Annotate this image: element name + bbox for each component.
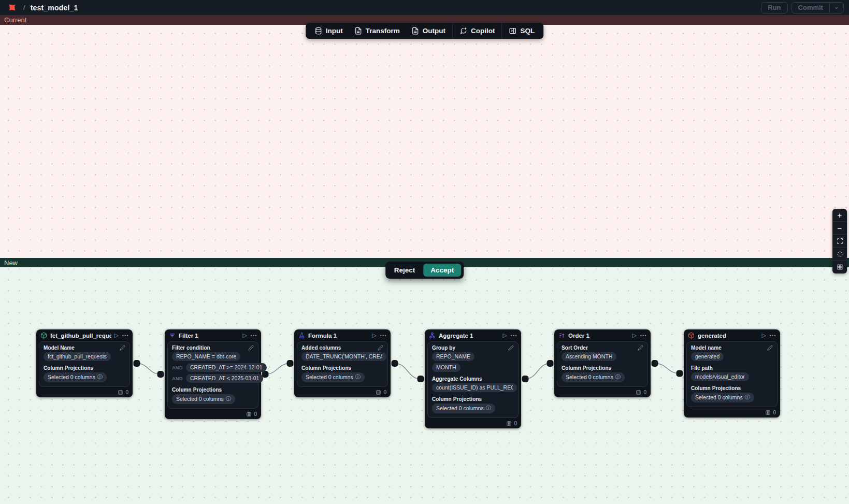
connection-port[interactable] — [418, 376, 424, 382]
value-pill[interactable]: generated — [691, 352, 724, 361]
columns-count-icon — [506, 421, 512, 426]
commit-button[interactable]: Commit — [792, 3, 829, 13]
node-order-1[interactable]: Order 1 ▷ ⋯ Sort Order Ascending MONTH C… — [554, 329, 651, 397]
play-node-icon[interactable]: ▷ — [372, 333, 377, 338]
projections-pill[interactable]: Selected 0 columnsⓘ — [432, 404, 495, 413]
copilot-button[interactable]: Copilot — [454, 23, 501, 39]
connection-port[interactable] — [392, 360, 398, 367]
dbt-logo-icon[interactable] — [7, 3, 17, 12]
row-count: 0 — [773, 410, 776, 415]
play-node-icon[interactable]: ▷ — [632, 333, 637, 338]
node-formula-1[interactable]: Formula 1 ▷ ⋯ Added columns DATE_TRUNC('… — [294, 329, 391, 397]
connection-port[interactable] — [134, 360, 140, 367]
field-label: Model Name — [44, 345, 75, 351]
field-label: Filter condition — [172, 345, 210, 351]
connection-port[interactable] — [652, 360, 658, 367]
groupby-pill[interactable]: REPO_NAME — [432, 352, 474, 361]
sort-pill[interactable]: Ascending MONTH — [562, 352, 616, 361]
node-menu-icon[interactable]: ⋯ — [769, 332, 776, 339]
value-pill[interactable]: fct_github_pull_requests — [44, 352, 111, 361]
file-icon — [354, 27, 362, 35]
sql-label: SQL — [521, 27, 535, 35]
projections-pill[interactable]: Selected 0 columnsⓘ — [172, 394, 235, 404]
accept-button[interactable]: Accept — [423, 264, 461, 277]
info-icon: ⓘ — [355, 373, 361, 381]
projections-pill[interactable]: Selected 0 columnsⓘ — [562, 372, 625, 382]
commit-dropdown-button[interactable]: ⌄ — [829, 3, 843, 13]
add-input-button[interactable]: Input — [309, 23, 349, 39]
and-prefix: AND — [172, 365, 183, 370]
play-node-icon[interactable]: ▷ — [503, 333, 507, 338]
aggregate-sitemap-icon — [429, 332, 436, 339]
projections-pill[interactable]: Selected 0 columnsⓘ — [44, 372, 107, 382]
filepath-pill[interactable]: models/visual_editor — [691, 372, 749, 381]
groupby-pill[interactable]: MONTH — [432, 363, 461, 372]
play-node-icon[interactable]: ▷ — [762, 333, 766, 338]
connection-port[interactable] — [157, 371, 164, 378]
copilot-label: Copilot — [471, 27, 495, 35]
auto-layout-button[interactable] — [832, 261, 847, 273]
node-title: Aggregate 1 — [439, 333, 500, 339]
connection-port[interactable] — [547, 360, 554, 367]
edit-pencil-icon[interactable] — [638, 345, 643, 351]
node-menu-icon[interactable]: ⋯ — [640, 332, 647, 339]
node-generated[interactable]: generated ▷ ⋯ Model name generated File … — [684, 329, 780, 417]
add-output-button[interactable]: Output — [406, 23, 451, 39]
node-menu-icon[interactable]: ⋯ — [122, 332, 129, 339]
row-count: 0 — [514, 421, 517, 426]
toolbar-divider — [452, 23, 453, 39]
node-menu-icon[interactable]: ⋯ — [510, 332, 517, 339]
node-title: fct_github_pull_requests — [50, 333, 111, 339]
zoom-in-button[interactable]: + — [832, 209, 847, 222]
connection-port[interactable] — [287, 360, 294, 367]
row-count: 0 — [125, 390, 128, 395]
add-transform-button[interactable]: Transform — [349, 23, 406, 39]
node-title: Formula 1 — [308, 333, 369, 339]
condition-pill[interactable]: CREATED_AT >= 2024-12-01 — [186, 363, 267, 372]
edit-pencil-icon[interactable] — [248, 345, 254, 351]
projections-pill[interactable]: Selected 0 columnsⓘ — [691, 393, 754, 402]
node-title: generated — [698, 333, 759, 339]
node-menu-icon[interactable]: ⋯ — [380, 332, 387, 339]
info-icon: ⓘ — [97, 373, 103, 381]
edit-pencil-icon[interactable] — [508, 345, 514, 351]
condition-pill[interactable]: REPO_NAME = dbt-core — [172, 352, 240, 361]
connection-port[interactable] — [677, 370, 683, 377]
edge-connector — [655, 364, 680, 374]
current-canvas[interactable]: + − — [0, 25, 849, 258]
formula-flask-icon — [298, 332, 305, 339]
connection-port[interactable] — [522, 376, 529, 382]
edit-pencil-icon[interactable] — [120, 345, 125, 351]
current-label: Current — [4, 16, 26, 24]
commit-split-button[interactable]: Commit ⌄ — [792, 2, 844, 13]
chevron-down-icon: ⌄ — [834, 4, 839, 10]
condition-pill[interactable]: CREATED_AT < 2025-03-01 — [186, 374, 263, 383]
edge-connector — [137, 364, 161, 375]
model-title: test_model_1 — [31, 4, 78, 12]
sql-panel-button[interactable]: SQL — [503, 23, 541, 39]
projections-pill[interactable]: Selected 0 columnsⓘ — [301, 372, 365, 382]
node-aggregate-1[interactable]: Aggregate 1 ▷ ⋯ Group by REPO_NAME MONTH… — [425, 329, 521, 428]
edit-pencil-icon[interactable] — [767, 345, 773, 351]
play-node-icon[interactable]: ▷ — [114, 333, 119, 338]
transform-label: Transform — [366, 27, 400, 35]
edge-connector — [265, 364, 290, 375]
play-node-icon[interactable]: ▷ — [243, 333, 247, 338]
node-filter-1[interactable]: Filter 1 ▷ ⋯ Filter condition REPO_NAME … — [165, 329, 261, 419]
formula-pill[interactable]: DATE_TRUNC('MONTH', CREATED_AT… — [301, 352, 386, 361]
columns-count-icon — [246, 411, 252, 417]
run-button[interactable]: Run — [761, 2, 787, 13]
node-fct-github-pull-requests[interactable]: fct_github_pull_requests ▷ ⋯ Model Name … — [36, 329, 133, 397]
info-icon: ⓘ — [615, 373, 621, 381]
new-canvas[interactable]: fct_github_pull_requests ▷ ⋯ Model Name … — [0, 267, 849, 504]
node-palette-toolbar: Input Transform Output Copilot SQL — [306, 23, 544, 39]
reject-button[interactable]: Reject — [388, 264, 422, 276]
fit-view-button[interactable] — [832, 235, 847, 248]
focus-selection-button[interactable] — [832, 248, 847, 261]
zoom-out-button[interactable]: − — [832, 222, 847, 235]
node-menu-icon[interactable]: ⋯ — [250, 332, 257, 339]
edit-pencil-icon[interactable] — [378, 345, 383, 351]
field-label: Column Projections — [432, 396, 482, 402]
edge-connector — [525, 364, 550, 379]
aggregate-pill[interactable]: count(ISSUE_ID) as PULL_REQUEST_… — [432, 383, 517, 392]
